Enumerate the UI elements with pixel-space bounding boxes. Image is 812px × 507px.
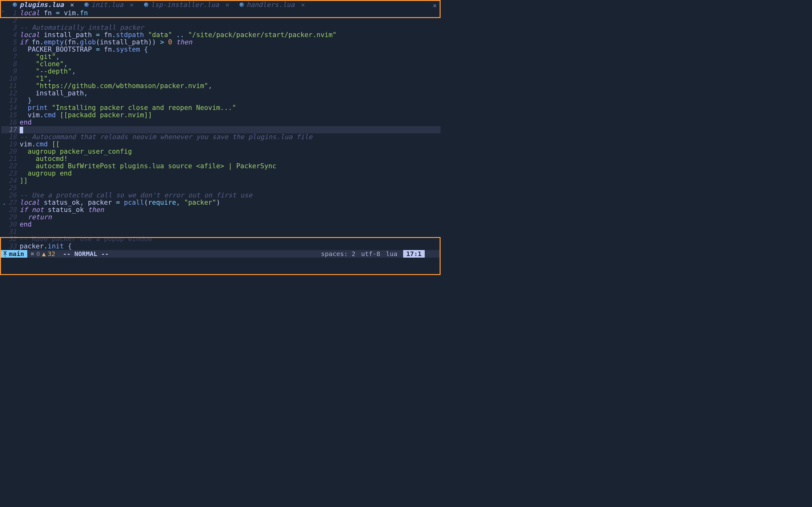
code-line[interactable]: 15 vim.cmd [[packadd packer.nvim]] (1, 112, 441, 119)
code-line[interactable]: 18-- Autocommand that reloads neovim whe… (1, 133, 441, 141)
close-icon[interactable]: ✕ (301, 1, 305, 9)
code-content[interactable]: "git", (20, 53, 441, 60)
code-line[interactable]: 21 autocmd! (1, 155, 441, 163)
code-line[interactable]: 13 } (1, 97, 441, 104)
code-line[interactable]: .27local status_ok, packer = pcall(requi… (1, 199, 441, 206)
close-all-icon[interactable]: ✖ (433, 2, 437, 9)
code-line[interactable]: 1local fn = vim.fn (1, 9, 441, 17)
gutter-sign (1, 141, 7, 148)
status-right: spaces: 2 utf-8 lua 17:1 (321, 250, 441, 258)
code-content[interactable] (20, 17, 441, 24)
code-content[interactable]: autocmd BufWritePost plugins.lua source … (20, 163, 441, 170)
code-line[interactable]: 24]] (1, 177, 441, 184)
code-line[interactable]: 32-- Have packer use a popup window (1, 235, 441, 243)
code-line[interactable]: 11 "https://github.com/wbthomason/packer… (1, 82, 441, 90)
code-content[interactable]: -- Autocommand that reloads neovim whene… (20, 133, 441, 141)
close-icon[interactable]: ✕ (130, 1, 134, 9)
tab-label: init.lua (91, 1, 123, 9)
line-number: 9 (7, 68, 20, 75)
code-content[interactable]: local status_ok, packer = pcall(require,… (20, 199, 441, 206)
code-line[interactable]: 23 augroup end (1, 170, 441, 177)
code-line[interactable]: 5if fn.empty(fn.glob(install_path)) > 0 … (1, 39, 441, 46)
code-content[interactable]: "--depth", (20, 68, 441, 75)
line-number: 6 (7, 46, 20, 53)
code-content[interactable]: return (20, 214, 441, 221)
code-line[interactable]: 31 (1, 228, 441, 235)
code-content[interactable]: end (20, 119, 441, 126)
code-content[interactable] (20, 126, 441, 133)
code-line[interactable]: 2 (1, 17, 441, 24)
line-number: 3 (7, 24, 20, 32)
line-number: 13 (7, 97, 20, 104)
code-line[interactable]: 16end (1, 119, 441, 126)
code-line[interactable]: 30end (1, 221, 441, 228)
code-content[interactable]: vim.cmd [[packadd packer.nvim]] (20, 112, 441, 119)
code-content[interactable]: packer.init { (20, 243, 441, 250)
code-content[interactable]: end (20, 221, 441, 228)
code-line[interactable]: 17 (1, 126, 441, 133)
line-number: 26 (7, 192, 20, 199)
tab-plugins-lua[interactable]: plugins.lua✕ (8, 0, 79, 9)
code-content[interactable]: } (20, 97, 441, 104)
code-line[interactable]: 25 (1, 184, 441, 192)
code-line[interactable]: 14 print "Installing packer close and re… (1, 104, 441, 112)
code-line[interactable]: 4local install_path = fn.stdpath "data" … (1, 32, 441, 39)
code-content[interactable]: if fn.empty(fn.glob(install_path)) > 0 t… (20, 39, 441, 46)
code-content[interactable] (20, 228, 441, 235)
code-content[interactable]: print "Installing packer close and reope… (20, 104, 441, 112)
code-content[interactable]: -- Automatically install packer (20, 24, 441, 32)
code-content[interactable]: local fn = vim.fn (20, 9, 441, 17)
code-content[interactable]: "clone", (20, 60, 441, 68)
code-content[interactable]: augroup end (20, 170, 441, 177)
gutter-sign (1, 243, 7, 250)
code-line[interactable]: 10 "1", (1, 75, 441, 82)
gutter-sign (1, 192, 7, 199)
code-content[interactable]: -- Use a protected call so we don't erro… (20, 192, 441, 199)
gutter-sign (1, 170, 7, 177)
gutter-sign (1, 148, 7, 155)
line-number: 11 (7, 82, 20, 90)
code-content[interactable]: install_path, (20, 90, 441, 97)
line-number: 12 (7, 90, 20, 97)
code-line[interactable]: 9 "--depth", (1, 68, 441, 75)
gutter-sign (1, 119, 7, 126)
code-line[interactable]: 7 "git", (1, 53, 441, 60)
code-line[interactable]: 3-- Automatically install packer (1, 24, 441, 32)
line-number: 31 (7, 228, 20, 235)
code-content[interactable]: "1", (20, 75, 441, 82)
gutter-sign (1, 206, 7, 214)
code-line[interactable]: 19vim.cmd [[ (1, 141, 441, 148)
code-line[interactable]: 33packer.init { (1, 243, 441, 250)
tab-handlers-lua[interactable]: handlers.lua✕ (235, 0, 310, 9)
code-line[interactable]: 6 PACKER_BOOTSTRAP = fn.system { (1, 46, 441, 53)
code-content[interactable]: augroup packer_user_config (20, 148, 441, 155)
close-icon[interactable]: ✕ (225, 1, 229, 9)
code-content[interactable]: if not status_ok then (20, 206, 441, 214)
code-line[interactable]: 8 "clone", (1, 60, 441, 68)
gutter-sign (1, 68, 7, 75)
code-editor[interactable]: 1local fn = vim.fn 2 3-- Automatically i… (0, 9, 441, 250)
error-icon: ✖ (31, 250, 34, 258)
code-content[interactable]: local install_path = fn.stdpath "data" .… (20, 32, 441, 39)
code-content[interactable] (20, 184, 441, 192)
code-line[interactable]: 20 augroup packer_user_config (1, 148, 441, 155)
code-content[interactable]: PACKER_BOOTSTRAP = fn.system { (20, 46, 441, 53)
code-line[interactable]: 26-- Use a protected call so we don't er… (1, 192, 441, 199)
code-line[interactable]: 29 return (1, 214, 441, 221)
tab-init-lua[interactable]: init.lua✕ (79, 0, 139, 9)
code-line[interactable]: 22 autocmd BufWritePost plugins.lua sour… (1, 163, 441, 170)
line-number: 22 (7, 163, 20, 170)
close-icon[interactable]: ✕ (70, 1, 74, 9)
code-content[interactable]: vim.cmd [[ (20, 141, 441, 148)
tab-lsp-installer-lua[interactable]: lsp-installer.lua✕ (139, 0, 235, 9)
code-line[interactable]: 12 install_path, (1, 90, 441, 97)
line-number: 1 (7, 9, 20, 17)
code-content[interactable]: autocmd! (20, 155, 441, 163)
line-number: 10 (7, 75, 20, 82)
code-content[interactable]: -- Have packer use a popup window (20, 235, 441, 243)
line-number: 28 (7, 206, 20, 214)
code-line[interactable]: 28if not status_ok then (1, 206, 441, 214)
code-content[interactable]: "https://github.com/wbthomason/packer.nv… (20, 82, 441, 90)
code-content[interactable]: ]] (20, 177, 441, 184)
gutter-sign (1, 97, 7, 104)
